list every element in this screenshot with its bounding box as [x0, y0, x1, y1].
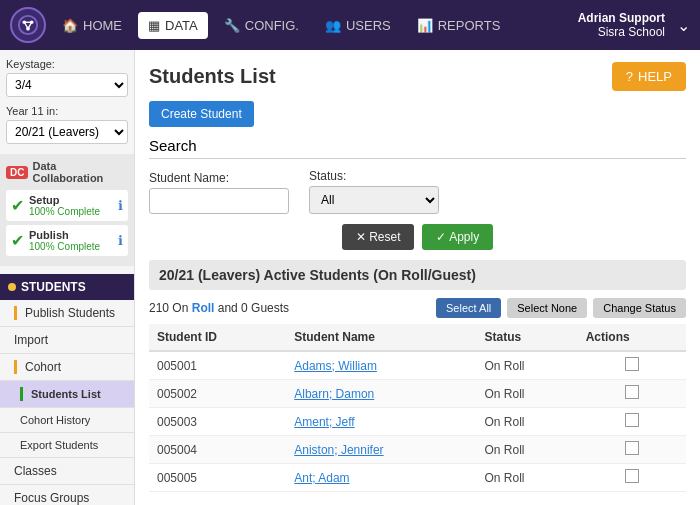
row-checkbox[interactable] [625, 357, 639, 371]
keystage-label: Keystage: [6, 58, 128, 70]
svg-line-6 [28, 22, 32, 28]
cell-student-name[interactable]: Albarn; Damon [286, 380, 476, 408]
sidebar-item-publish-students[interactable]: Publish Students [0, 300, 134, 327]
cell-student-name[interactable]: Aniston; Jennifer [286, 436, 476, 464]
dc-publish-sub: 100% Complete [29, 241, 113, 252]
nav-home[interactable]: 🏠 HOME [52, 12, 132, 39]
col-actions: Actions [578, 324, 686, 351]
cell-student-name[interactable]: Ament; Jeff [286, 408, 476, 436]
sidebar-item-classes[interactable]: Classes [0, 458, 134, 485]
svg-point-0 [19, 16, 37, 34]
table-info-prefix: 210 On [149, 301, 188, 315]
apply-button[interactable]: ✓ Apply [422, 224, 493, 250]
user-dropdown-icon[interactable]: ⌄ [677, 16, 690, 35]
sidebar-item-cohort-history[interactable]: Cohort History [0, 408, 134, 433]
students-section-header: STUDENTS [0, 274, 134, 300]
table-row: 005003 Ament; Jeff On Roll [149, 408, 686, 436]
cell-status: On Roll [477, 408, 578, 436]
cell-student-name[interactable]: Ant; Adam [286, 464, 476, 492]
dc-setup-title: Setup [29, 194, 113, 206]
reset-button[interactable]: ✕ Reset [342, 224, 415, 250]
cell-actions[interactable] [578, 436, 686, 464]
main-content: Students List ? HELP Create Student Sear… [135, 50, 700, 505]
logo[interactable] [10, 7, 46, 43]
cohort-label: Cohort [25, 360, 61, 374]
table-info-suffix: and 0 Guests [218, 301, 289, 315]
student-name-input[interactable] [149, 188, 289, 214]
dc-setup-sub: 100% Complete [29, 206, 113, 217]
help-button[interactable]: ? HELP [612, 62, 686, 91]
students-dot-icon [8, 283, 16, 291]
table-row: 005004 Aniston; Jennifer On Roll [149, 436, 686, 464]
year11-select[interactable]: 20/21 (Leavers)19/2018/19 [6, 120, 128, 144]
row-checkbox[interactable] [625, 441, 639, 455]
sidebar-item-import[interactable]: Import [0, 327, 134, 354]
year11-label: Year 11 in: [6, 105, 128, 117]
cell-student-id: 005003 [149, 408, 286, 436]
cell-status: On Roll [477, 464, 578, 492]
page-title: Students List [149, 65, 276, 88]
status-select[interactable]: AllOn RollGuestLeft [309, 186, 439, 214]
col-student-name: Student Name [286, 324, 476, 351]
change-status-button[interactable]: Change Status [593, 298, 686, 318]
cell-status: On Roll [477, 380, 578, 408]
nav-users[interactable]: 👥 USERS [315, 12, 401, 39]
students-header-label: STUDENTS [21, 280, 86, 294]
select-none-button[interactable]: Select None [507, 298, 587, 318]
sidebar-item-export-students[interactable]: Export Students [0, 433, 134, 458]
create-student-button[interactable]: Create Student [149, 101, 254, 127]
select-all-button[interactable]: Select All [436, 298, 501, 318]
nav-data[interactable]: ▦ DATA [138, 12, 208, 39]
section-header: 20/21 (Leavers) Active Students (On Roll… [149, 260, 686, 290]
cell-student-id: 005004 [149, 436, 286, 464]
cell-status: On Roll [477, 436, 578, 464]
bar-icon [14, 360, 17, 374]
dc-title-label: Data Collaboration [32, 160, 128, 184]
help-icon: ? [626, 69, 633, 84]
nav-config-label: CONFIG. [245, 18, 299, 33]
dc-badge: DC [6, 166, 28, 179]
publish-students-label: Publish Students [25, 306, 115, 320]
row-checkbox[interactable] [625, 413, 639, 427]
sidebar-item-cohort[interactable]: Cohort [0, 354, 134, 381]
cell-student-id: 005002 [149, 380, 286, 408]
cell-student-id: 005001 [149, 351, 286, 380]
cell-actions[interactable] [578, 464, 686, 492]
cell-status: On Roll [477, 351, 578, 380]
cell-actions[interactable] [578, 351, 686, 380]
import-label: Import [14, 333, 48, 347]
student-name-label: Student Name: [149, 171, 289, 185]
focus-groups-label: Focus Groups [14, 491, 89, 505]
nav-home-label: HOME [83, 18, 122, 33]
row-checkbox[interactable] [625, 469, 639, 483]
help-label: HELP [638, 69, 672, 84]
students-table: Student ID Student Name Status Actions 0… [149, 324, 686, 492]
status-label: Status: [309, 169, 439, 183]
school-name: Sisra School [578, 25, 665, 39]
dc-setup-info-icon[interactable]: ℹ [118, 198, 123, 213]
dc-publish-info-icon[interactable]: ℹ [118, 233, 123, 248]
classes-label: Classes [14, 464, 57, 478]
cell-student-id: 005005 [149, 464, 286, 492]
table-bar: 210 On Roll and 0 Guests Select All Sele… [149, 298, 686, 318]
students-list-label: Students List [31, 388, 101, 400]
sidebar-item-focus-groups[interactable]: Focus Groups [0, 485, 134, 505]
keystage-select[interactable]: 3/443 [6, 73, 128, 97]
reports-icon: 📊 [417, 18, 433, 33]
sidebar-item-students-list[interactable]: Students List [0, 381, 134, 408]
cell-actions[interactable] [578, 408, 686, 436]
row-checkbox[interactable] [625, 385, 639, 399]
cell-student-name[interactable]: Adams; William [286, 351, 476, 380]
search-title: Search [149, 137, 686, 159]
user-info: Adrian Support Sisra School [578, 11, 665, 39]
table-row: 005005 Ant; Adam On Roll [149, 464, 686, 492]
nav-reports[interactable]: 📊 REPORTS [407, 12, 511, 39]
bar-icon [14, 306, 17, 320]
dc-publish-check-icon: ✔ [11, 231, 24, 250]
cohort-history-label: Cohort History [20, 414, 90, 426]
nav-config[interactable]: 🔧 CONFIG. [214, 12, 309, 39]
dc-setup-item: ✔ Setup 100% Complete ℹ [6, 190, 128, 221]
cell-actions[interactable] [578, 380, 686, 408]
users-icon: 👥 [325, 18, 341, 33]
export-students-label: Export Students [20, 439, 98, 451]
